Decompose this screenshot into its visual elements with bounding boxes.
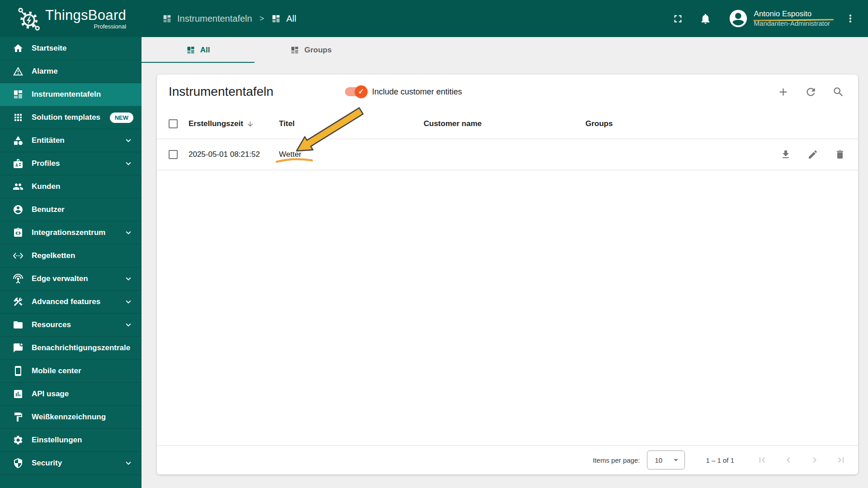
column-header-title[interactable]: Titel bbox=[279, 119, 424, 128]
sidebar-item-label: Entitäten bbox=[32, 136, 65, 145]
fullscreen-button[interactable] bbox=[672, 13, 684, 25]
refresh-button[interactable] bbox=[805, 86, 817, 98]
add-dashboard-button[interactable] bbox=[777, 86, 789, 98]
sidebar-item-profiles[interactable]: Profiles bbox=[0, 152, 142, 175]
rule-chains-icon bbox=[13, 250, 24, 261]
apps-grid-icon bbox=[13, 112, 24, 123]
search-button[interactable] bbox=[832, 86, 844, 98]
dashboards-icon bbox=[290, 46, 299, 55]
select-all-checkbox[interactable] bbox=[169, 119, 178, 128]
edit-dashboard-button[interactable] bbox=[807, 149, 818, 160]
sidebar-item-label: Solution templates bbox=[32, 113, 100, 122]
refresh-icon bbox=[805, 86, 817, 98]
dashboards-icon bbox=[13, 89, 24, 100]
chevron-down-icon bbox=[123, 458, 133, 468]
breadcrumb-item-instrumententafeln[interactable]: Instrumententafeln bbox=[162, 14, 252, 24]
tab-label: All bbox=[200, 46, 210, 55]
sidebar-item-resources[interactable]: Resources bbox=[0, 314, 142, 337]
edge-antenna-icon bbox=[13, 273, 24, 284]
pagination-bar: Items per page: 10 1 – 1 of 1 bbox=[157, 445, 858, 474]
notifications-bell-icon bbox=[699, 13, 712, 25]
sort-descending-icon[interactable] bbox=[246, 120, 254, 128]
advanced-tools-icon bbox=[13, 296, 24, 307]
sidebar-item-label: Regelketten bbox=[32, 251, 75, 260]
app-logo[interactable]: ThingsBoard Professional bbox=[0, 6, 142, 31]
sidebar-item-entitaten[interactable]: Entitäten bbox=[0, 129, 142, 152]
sidebar-item-benutzer[interactable]: Benutzer bbox=[0, 198, 142, 221]
export-dashboard-button[interactable] bbox=[780, 149, 791, 160]
cell-created-time: 2025-05-01 08:21:52 bbox=[189, 150, 279, 159]
chevron-down-icon bbox=[123, 274, 133, 284]
sidebar-item-label: Security bbox=[32, 459, 62, 468]
customers-people-icon bbox=[13, 181, 24, 192]
toggle-switch[interactable]: ✓ bbox=[345, 87, 366, 96]
sidebar-item-label: Profiles bbox=[32, 159, 60, 168]
notification-center-icon bbox=[13, 343, 24, 353]
user-avatar-icon bbox=[728, 8, 749, 29]
cell-title[interactable]: Wetter bbox=[279, 150, 424, 159]
sidebar-item-integrationszentrum[interactable]: Integrationszentrum bbox=[0, 221, 142, 244]
table-row[interactable]: 2025-05-01 08:21:52 Wetter bbox=[157, 139, 858, 170]
last-page-button[interactable] bbox=[835, 455, 846, 465]
delete-dashboard-button[interactable] bbox=[835, 149, 845, 160]
search-icon bbox=[832, 86, 844, 98]
sidebar-menu: StartseiteAlarmeInstrumententafelnSoluti… bbox=[0, 37, 142, 488]
column-label: Titel bbox=[279, 119, 295, 128]
sidebar-item-mobile-center[interactable]: Mobile center bbox=[0, 360, 142, 383]
sidebar-item-label: API usage bbox=[32, 389, 69, 399]
sidebar-item-benachrichtigungszentrale[interactable]: Benachrichtigungszentrale bbox=[0, 337, 142, 360]
sidebar-item-api-usage[interactable]: API usage bbox=[0, 383, 142, 406]
sidebar-item-regelketten[interactable]: Regelketten bbox=[0, 244, 142, 267]
sidebar-item-alarme[interactable]: Alarme bbox=[0, 60, 142, 83]
column-header-groups[interactable]: Groups bbox=[585, 119, 761, 128]
first-page-button[interactable] bbox=[757, 455, 768, 465]
previous-page-button[interactable] bbox=[783, 455, 794, 465]
user-menu[interactable]: Antonio Esposito Mandanten-Administrator bbox=[754, 9, 830, 28]
more-menu-button[interactable] bbox=[844, 13, 856, 24]
sidebar-item-label: Benutzer bbox=[32, 205, 65, 214]
row-checkbox[interactable] bbox=[169, 150, 178, 159]
items-per-page-select[interactable]: 10 bbox=[647, 450, 685, 469]
sidebar-item-label: Instrumententafeln bbox=[32, 90, 101, 99]
sidebar-item-startseite[interactable]: Startseite bbox=[0, 37, 142, 60]
sidebar-item-advanced-features[interactable]: Advanced features bbox=[0, 291, 142, 314]
app-edition: Professional bbox=[94, 23, 127, 29]
sidebar-item-einstellungen[interactable]: Einstellungen bbox=[0, 429, 142, 452]
sidebar-item-label: Integrationszentrum bbox=[32, 228, 105, 237]
breadcrumb-item-all[interactable]: All bbox=[271, 14, 296, 24]
table-header-row: Erstellungszeit Titel Customer name Grou… bbox=[157, 109, 858, 139]
thingsboard-logo-icon bbox=[16, 6, 41, 31]
include-customer-entities-toggle[interactable]: ✓ Include customer entities bbox=[345, 87, 462, 97]
warning-icon bbox=[13, 66, 24, 77]
sidebar-item-kunden[interactable]: Kunden bbox=[0, 175, 142, 198]
sidebar-item-label: Benachrichtigungszentrale bbox=[32, 343, 130, 352]
notifications-button[interactable] bbox=[699, 13, 712, 25]
column-header-created-time[interactable]: Erstellungszeit bbox=[189, 119, 279, 128]
last-page-icon bbox=[835, 455, 846, 465]
smartphone-icon bbox=[13, 366, 24, 376]
sidebar-item-label: Weißkennzeichnung bbox=[32, 413, 106, 422]
chevron-down-icon bbox=[123, 228, 133, 238]
column-header-customer-name[interactable]: Customer name bbox=[424, 119, 585, 128]
delete-trash-icon bbox=[835, 149, 845, 160]
folder-icon bbox=[13, 319, 24, 330]
edit-pencil-icon bbox=[807, 149, 818, 160]
tab-groups[interactable]: Groups bbox=[255, 37, 368, 63]
user-circle-icon bbox=[13, 204, 24, 215]
plus-icon bbox=[777, 86, 789, 98]
breadcrumb: Instrumententafeln>All bbox=[162, 14, 296, 24]
sidebar-item-edge-verwalten[interactable]: Edge verwalten bbox=[0, 267, 142, 291]
sidebar-item-instrumententafeln[interactable]: Instrumententafeln bbox=[0, 83, 142, 106]
sidebar-item-weisskennzeichnung[interactable]: Weißkennzeichnung bbox=[0, 406, 142, 429]
breadcrumb-label: Instrumententafeln bbox=[177, 14, 252, 24]
column-label: Erstellungszeit bbox=[189, 119, 243, 128]
tab-label: Groups bbox=[304, 46, 331, 55]
check-icon: ✓ bbox=[358, 88, 364, 95]
first-page-icon bbox=[757, 455, 768, 465]
tab-all[interactable]: All bbox=[142, 37, 255, 63]
avatar[interactable] bbox=[728, 8, 749, 29]
dashboards-icon bbox=[271, 14, 281, 23]
next-page-button[interactable] bbox=[809, 455, 820, 465]
sidebar-item-security[interactable]: Security bbox=[0, 452, 142, 475]
sidebar-item-solution-templates[interactable]: Solution templatesNEW bbox=[0, 106, 142, 129]
